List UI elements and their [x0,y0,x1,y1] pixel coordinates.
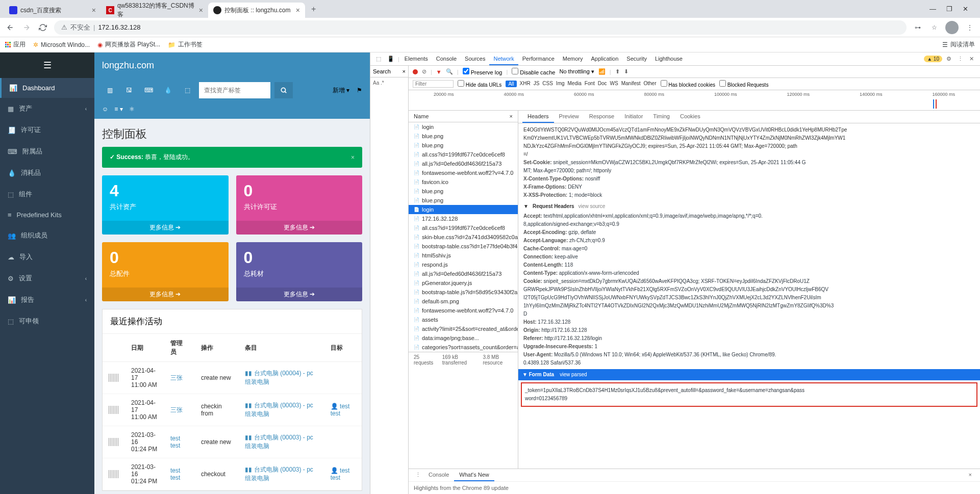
network-request-row[interactable]: 📄fontawesome-webfont.woff2?v=4.7.0 [409,306,518,315]
more-icon[interactable]: ⋮ [956,56,965,62]
close-icon[interactable]: × [296,6,300,14]
filter-chip[interactable]: Media [568,81,582,87]
forward-button[interactable] [21,22,32,33]
new-tab-button[interactable]: + [305,5,322,14]
item-link[interactable]: 台式电脑 (00003) - pc组装电脑 [245,434,313,450]
card-more-link[interactable]: 更多信息 ➔ [102,221,229,235]
sidebar-item[interactable]: ⬚可申领 [0,310,94,332]
network-request-row[interactable]: 📄blue.png [409,132,518,141]
network-request-row[interactable]: 📄all.js?id=0efed60df4636f215a73 [409,159,518,168]
card-more-link[interactable]: 更多信息 ➔ [102,288,229,301]
filter-chip[interactable]: CSS [542,81,553,87]
network-request-row[interactable]: 📄respond.js [409,260,518,269]
filter-chip[interactable]: Other [644,81,657,87]
network-request-row[interactable]: 📄all.css?id=199fdf677ce0dce6cef8 [409,223,518,232]
devtools-tab[interactable]: Sources [461,53,489,65]
download-icon[interactable]: ⬇ [624,68,629,75]
card-more-link[interactable]: 更多信息 ➔ [236,288,363,301]
sidebar-item[interactable]: ▦资产‹ [0,98,94,119]
network-request-row[interactable]: 📄login [409,122,518,132]
hide-data-urls-checkbox[interactable]: Hide data URLs [458,80,501,88]
search-input[interactable] [199,82,270,98]
sidebar-item[interactable]: ⌨附属品 [0,141,94,162]
filter-input[interactable] [413,80,454,88]
new-dropdown[interactable]: 新增 ▾ [333,86,349,95]
bookmark-item[interactable]: ◉网页播放器 PlaySt... [97,40,160,49]
wifi-icon[interactable]: 📶 [598,68,606,75]
filter-chip[interactable]: JS [534,81,540,87]
network-request-row[interactable]: 📄login [409,205,518,214]
devtools-tab[interactable]: Lighthouse [651,53,687,65]
blocked-requests-checkbox[interactable]: Blocked Requests [719,80,768,88]
record-button[interactable] [413,69,418,74]
sidebar-item[interactable]: 🧾许可证 [0,119,94,141]
apps-button[interactable]: 应用 [5,40,26,49]
network-request-row[interactable]: 📄activity?limit=25&sort=created_at&order… [409,324,518,333]
sidebar-item[interactable]: ⬚组件 [0,184,94,205]
devtools-tab[interactable]: Console [432,53,461,65]
bookmark-item[interactable]: ✲Microsoft Windo... [33,41,90,48]
network-request-row[interactable]: 📄pGenerator.jquery.js [409,278,518,288]
back-button[interactable] [5,22,15,33]
warning-badge[interactable]: ▲ 10 [924,56,942,62]
filter-dropdown[interactable]: ≡ ▾ [114,106,122,113]
profile-avatar[interactable] [945,21,959,34]
drawer-tab[interactable]: Console [423,469,454,481]
clear-button[interactable]: ⊘ [422,68,426,75]
sidebar-toggle-button[interactable]: ☰ [0,53,94,78]
network-request-row[interactable]: 📄172.16.32.128 [409,214,518,223]
close-icon[interactable]: × [92,6,96,14]
devtools-close-icon[interactable]: ✕ [966,56,977,62]
network-request-row[interactable]: 📄assets [409,315,518,324]
network-request-row[interactable]: 📄blue.png [409,141,518,150]
detail-tab[interactable]: Initiator [619,111,648,123]
settings-icon[interactable]: ⚙ [943,56,954,62]
admin-link[interactable]: 三张 [170,374,183,381]
devtools-tab[interactable]: Elements [400,53,432,65]
drawer-tab[interactable]: What's New [454,469,494,481]
close-button[interactable]: ✕ [963,5,968,13]
network-request-row[interactable]: 📄favicon.ico [409,177,518,187]
network-request-row[interactable]: 📄bootstrap-table.css?id=1e77fde04b3f4243… [409,242,518,251]
browser-tab-active[interactable]: 控制面板 :: longzhu.com × [208,3,305,18]
request-headers-section[interactable]: ▼ Request Headers view source [523,202,975,211]
close-icon[interactable]: × [403,68,406,74]
network-timeline[interactable]: 20000 ms40000 ms60000 ms80000 ms100000 m… [409,90,980,111]
detail-tab[interactable]: Timing [648,111,675,123]
devtools-tab[interactable]: Memory [559,53,587,65]
network-request-row[interactable]: 📄html5shiv.js [409,251,518,260]
detail-tab[interactable]: Cookies [675,111,706,123]
sidebar-item[interactable]: ≡Predefined Kits [0,205,94,225]
item-link[interactable]: 台式电脑 (00003) - pc组装电脑 [245,466,313,482]
network-request-row[interactable]: 📄data:image/png;base... [409,333,518,343]
detail-tab[interactable]: Headers [522,111,554,123]
network-request-row[interactable]: 📄bootstrap-table.js?id=58d95c93430f2ae33… [409,288,518,297]
sidebar-item[interactable]: 👥组织成员 [0,225,94,246]
maximize-button[interactable]: ❐ [946,5,952,13]
device-icon[interactable]: 📱 [385,56,397,62]
filter-chip[interactable]: WS [610,81,618,87]
network-request-row[interactable]: 📄fontawesome-webfont.woff2?v=4.7.0 [409,168,518,177]
password-key-icon[interactable]: ⊶ [913,22,923,33]
devtools-tab[interactable]: Application [587,53,623,65]
upload-icon[interactable]: ⬆ [615,68,620,75]
reload-button[interactable] [38,22,48,33]
filter-chip[interactable]: XHR [520,81,531,87]
sidebar-item[interactable]: 📊报告‹ [0,289,94,310]
save-icon[interactable]: 🖫 [121,83,137,98]
search-button[interactable] [274,82,293,98]
detail-tab[interactable]: Response [584,111,620,123]
network-request-row[interactable]: 📄default-sm.png [409,297,518,306]
network-request-row[interactable]: 📄categories?sort=assets_count&order=asc&… [409,343,518,352]
filter-chip[interactable]: Doc [598,81,607,87]
network-request-row[interactable]: 📄blue.png [409,196,518,205]
devtools-tab[interactable]: Security [622,53,651,65]
bookmark-star-icon[interactable]: ☆ [929,22,939,33]
address-bar[interactable]: ⚠ 不安全 | 172.16.32.128 [54,20,907,35]
network-request-row[interactable]: 📄skin-blue.css?id=2a741dd3409582c0af69 [409,232,518,242]
share-icon[interactable]: ⚛ [129,106,135,113]
admin-link[interactable]: 三张 [170,406,183,413]
item-link[interactable]: 台式电脑 (00003) - pc组装电脑 [245,402,313,418]
hdd-icon[interactable]: ⬚ [180,83,195,98]
browser-tab[interactable]: csdn_百度搜索 × [4,3,101,18]
